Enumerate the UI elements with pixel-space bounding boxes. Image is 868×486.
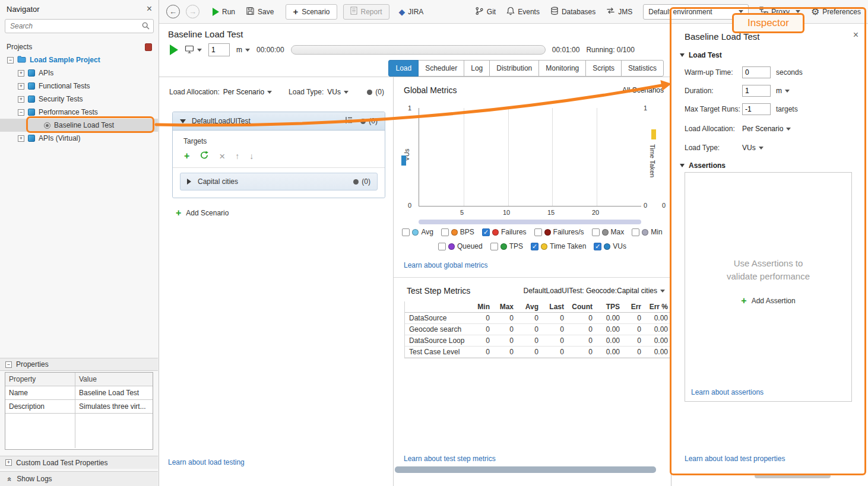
legend-checkbox[interactable] bbox=[438, 243, 446, 250]
warmup-time-input[interactable] bbox=[742, 66, 771, 78]
time-unit-dropdown[interactable]: m bbox=[236, 46, 250, 54]
property-row[interactable]: Name Baseline Load Test bbox=[5, 386, 153, 400]
tree-item-label: Performance Tests bbox=[39, 108, 98, 116]
learn-assertions-link[interactable]: Learn about assertions bbox=[691, 388, 764, 396]
custom-properties-section-header[interactable]: + Custom Load Test Properties bbox=[0, 456, 158, 469]
tree-item-project[interactable]: − Load Sample Project bbox=[0, 53, 158, 66]
tab-log[interactable]: Log bbox=[464, 60, 490, 77]
close-icon[interactable]: × bbox=[853, 30, 859, 40]
max-target-runs-input[interactable] bbox=[742, 103, 771, 115]
navigator-panel: Navigator × Projects − Load Sample Proje… bbox=[0, 0, 159, 486]
collapse-icon[interactable]: − bbox=[7, 57, 14, 63]
expand-icon[interactable]: + bbox=[18, 96, 24, 103]
page-title: Baseline Load Test bbox=[168, 29, 243, 39]
legend-checkbox[interactable] bbox=[531, 243, 538, 250]
expand-icon[interactable]: + bbox=[18, 70, 24, 77]
move-down-button[interactable]: ↓ bbox=[249, 152, 254, 160]
back-button[interactable]: ← bbox=[166, 5, 180, 18]
legend-checkbox[interactable] bbox=[490, 243, 498, 250]
learn-test-step-metrics-link[interactable]: Learn about test step metrics bbox=[404, 455, 496, 463]
collapse-icon[interactable]: − bbox=[18, 109, 24, 116]
forward-button[interactable]: → bbox=[186, 5, 199, 18]
expand-icon[interactable] bbox=[187, 179, 191, 185]
tree-item-functional-tests[interactable]: + Functional Tests bbox=[0, 80, 158, 93]
tree-item-apis-virtual[interactable]: + APIs (Virtual) bbox=[0, 132, 158, 145]
collapse-icon bbox=[680, 53, 685, 57]
load-allocation-dropdown[interactable]: Per Scenario bbox=[223, 88, 272, 96]
expand-icon[interactable]: + bbox=[5, 459, 12, 466]
tree-item-baseline-load-test[interactable]: Baseline Load Test bbox=[0, 119, 158, 132]
duration-unit-dropdown[interactable]: m bbox=[776, 87, 790, 95]
tab-load[interactable]: Load bbox=[388, 60, 419, 77]
tab-distribution[interactable]: Distribution bbox=[489, 60, 539, 77]
legend-checkbox[interactable] bbox=[482, 228, 490, 236]
properties-section-header[interactable]: − Properties bbox=[0, 358, 158, 371]
metrics-scope-selector[interactable]: All Scenarios bbox=[622, 86, 664, 94]
learn-load-test-properties-link[interactable]: Learn about load test properties bbox=[685, 455, 785, 463]
load-type-dropdown[interactable]: VUs bbox=[327, 88, 349, 96]
target-row[interactable]: Capital cities (0) bbox=[180, 173, 378, 190]
divider bbox=[394, 277, 671, 278]
legend-checkbox[interactable] bbox=[632, 228, 639, 236]
save-button[interactable]: Save bbox=[246, 7, 274, 17]
horizontal-scrollbar[interactable] bbox=[755, 474, 831, 478]
legend-checkbox[interactable] bbox=[402, 228, 410, 236]
properties-table: Property Value Name Baseline Load Test D… bbox=[5, 372, 153, 450]
table-row[interactable]: DataSource Loop 0 0 0 0 0 0.00 0 0.00 bbox=[405, 335, 670, 347]
tree-item-performance-tests[interactable]: − Performance Tests bbox=[0, 106, 158, 119]
tab-scripts[interactable]: Scripts bbox=[585, 60, 622, 77]
add-scenario-button[interactable]: + Add Scenario bbox=[176, 208, 393, 218]
legend-checkbox[interactable] bbox=[441, 228, 449, 236]
test-step-scope-dropdown[interactable]: DefaultLoadUITest: Geocode:Capital citie… bbox=[524, 287, 665, 295]
legend-checkbox[interactable] bbox=[594, 243, 601, 250]
property-row[interactable]: Description Simulates three virt... bbox=[5, 400, 153, 414]
loop-target-button[interactable] bbox=[199, 151, 209, 161]
add-scenario-toolbar-button[interactable]: + Scenario bbox=[286, 4, 337, 20]
tab-scheduler[interactable]: Scheduler bbox=[418, 60, 464, 77]
search-input[interactable] bbox=[5, 19, 154, 33]
horizontal-scrollbar[interactable] bbox=[395, 466, 656, 473]
report-button[interactable]: Report bbox=[343, 4, 389, 20]
show-logs-button[interactable]: « Show Logs bbox=[0, 471, 158, 486]
tree-item-security-tests[interactable]: + Security Tests bbox=[0, 93, 158, 106]
load-type-dropdown[interactable]: VUs bbox=[742, 144, 764, 152]
add-target-button[interactable]: + bbox=[184, 151, 189, 161]
table-row[interactable]: Geocode search 0 0 0 0 0 0.00 0 0.00 bbox=[405, 324, 670, 335]
load-allocation-dropdown[interactable]: Per Scenario bbox=[742, 125, 791, 133]
jira-button[interactable]: ◆ JIRA bbox=[399, 7, 424, 17]
add-assertion-button[interactable]: + Add Assertion bbox=[685, 296, 851, 306]
collapse-icon[interactable] bbox=[180, 119, 186, 123]
learn-global-metrics-link[interactable]: Learn about global metrics bbox=[404, 261, 487, 269]
learn-load-testing-link[interactable]: Learn about load testing bbox=[168, 458, 245, 466]
run-button[interactable]: Run bbox=[213, 8, 235, 16]
tree-item-apis[interactable]: + APIs bbox=[0, 66, 158, 80]
expand-icon[interactable]: + bbox=[18, 135, 24, 142]
tab-monitoring[interactable]: Monitoring bbox=[538, 60, 586, 77]
table-row[interactable]: DataSource 0 0 0 0 0 0.00 0 0.00 bbox=[405, 313, 670, 324]
scenario-levels-icon[interactable] bbox=[345, 116, 353, 126]
databases-button[interactable]: Databases bbox=[550, 7, 595, 17]
expand-icon[interactable]: + bbox=[18, 83, 24, 90]
collapse-icon[interactable]: − bbox=[5, 361, 12, 368]
legend-item: Queued bbox=[438, 242, 483, 250]
project-actions-icon[interactable] bbox=[145, 43, 152, 51]
tab-statistics[interactable]: Statistics bbox=[621, 60, 664, 77]
table-row[interactable]: Test Case Level 0 0 0 0 0 0.00 0 0.00 bbox=[405, 347, 670, 358]
move-up-button[interactable]: ↑ bbox=[235, 152, 239, 160]
preferences-button[interactable]: ⚙ Preferences bbox=[811, 6, 861, 17]
run-test-button[interactable] bbox=[170, 45, 178, 55]
vu-count-input[interactable] bbox=[208, 43, 230, 56]
delete-target-button[interactable]: × bbox=[219, 151, 225, 161]
events-button[interactable]: Events bbox=[506, 7, 540, 17]
run-target-selector[interactable] bbox=[185, 45, 202, 55]
chart-range-slider[interactable] bbox=[419, 220, 641, 224]
scenario-header[interactable]: DefaultLoadUITest (0) bbox=[173, 112, 385, 131]
navigator-close-icon[interactable]: × bbox=[147, 4, 152, 14]
duration-input[interactable] bbox=[742, 85, 771, 97]
load-test-section-header[interactable]: Load Test bbox=[680, 51, 722, 59]
git-button[interactable]: Git bbox=[475, 7, 496, 17]
assertions-section-header[interactable]: Assertions bbox=[680, 161, 726, 170]
jms-button[interactable]: JMS bbox=[606, 7, 632, 17]
legend-checkbox[interactable] bbox=[534, 228, 542, 236]
legend-checkbox[interactable] bbox=[592, 228, 600, 236]
